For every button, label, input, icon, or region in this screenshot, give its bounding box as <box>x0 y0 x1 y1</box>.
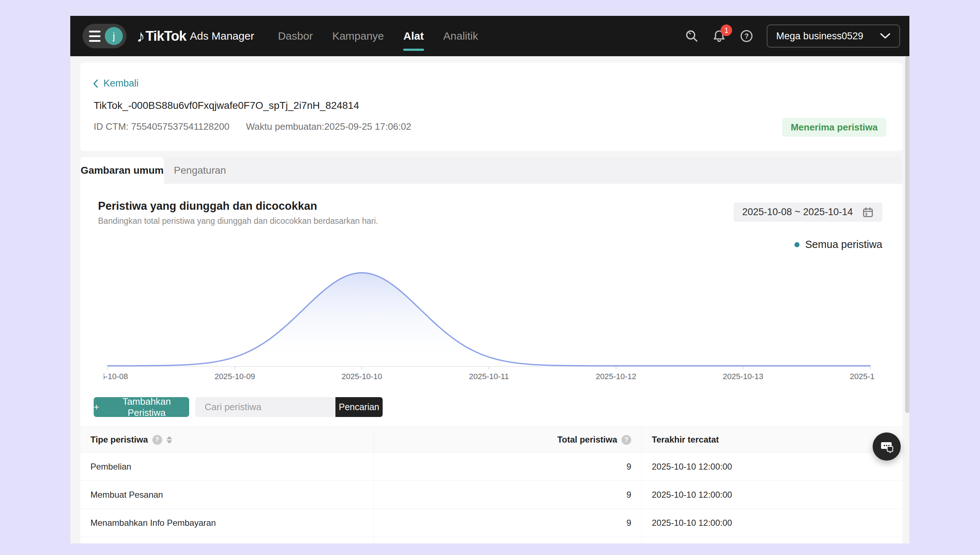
help-icon[interactable]: ? <box>739 29 754 43</box>
page-title: TikTok_-000BS88u6vf0Fxqjwafe0F7O_spTj_2i… <box>94 100 359 111</box>
account-name: Mega business0529 <box>776 30 863 42</box>
tiktok-note-icon: ♪ <box>136 28 145 44</box>
chart-subtitle: Bandingkan total peristiwa yang diunggah… <box>98 216 378 226</box>
nav-item-kampanye[interactable]: Kampanye <box>332 26 384 46</box>
back-chevron-icon <box>93 79 98 88</box>
sort-icon[interactable] <box>167 436 172 444</box>
events-area-chart: 2025-10-082025-10-092025-10-102025-10-11… <box>103 247 874 383</box>
table-row[interactable]: Membuat Pesanan 9 2025-10-10 12:00:00 <box>80 481 903 509</box>
nav-item-analitik[interactable]: Analitik <box>443 26 478 46</box>
table-row[interactable]: Pembelian 9 2025-10-10 12:00:00 <box>80 452 903 481</box>
plus-icon: + <box>94 401 99 413</box>
overview-card: Gambaran umum Pengaturan Peristiwa yang … <box>80 157 903 544</box>
main-nav: Dasbor Kampanye Alat Analitik <box>278 26 478 46</box>
avatar[interactable]: j <box>105 27 123 45</box>
tab-pengaturan[interactable]: Pengaturan <box>164 157 236 184</box>
chevron-down-icon <box>880 33 890 39</box>
id-ctm: ID CTM: 7554057537541128200 <box>94 121 229 132</box>
chart-title: Peristiwa yang diunggah dan dicocokkan <box>98 200 317 213</box>
events-table: Tipe peristiwa ? Total peristiwa ? Terak… <box>80 427 903 544</box>
brand-suffix: Ads Manager <box>190 30 254 42</box>
svg-text:2025-10-14: 2025-10-14 <box>850 372 874 381</box>
svg-text:2025-10-10: 2025-10-10 <box>341 372 382 381</box>
hamburger-menu-icon[interactable] <box>89 30 101 42</box>
date-range-picker[interactable]: 2025-10-08 ~ 2025-10-14 <box>733 202 882 221</box>
search-icon[interactable] <box>685 29 699 43</box>
notification-count-badge: 1 <box>721 24 732 36</box>
tab-gambaran-umum[interactable]: Gambaran umum <box>80 157 164 184</box>
nav-item-dasbor[interactable]: Dasbor <box>278 26 313 46</box>
svg-text:2025-10-13: 2025-10-13 <box>723 372 764 381</box>
back-link[interactable]: Kembali <box>93 78 139 89</box>
svg-text:?: ? <box>745 32 749 40</box>
chat-support-button[interactable] <box>873 433 901 460</box>
tab-bar: Gambaran umum Pengaturan <box>80 157 903 184</box>
app-window: j ♪ TikTok Ads Manager Dasbor Kampanye A… <box>70 16 910 544</box>
table-row[interactable]: Menambahkan Info Pembayaran 9 2025-10-10… <box>80 509 903 537</box>
add-event-button[interactable]: + Tambahkan Peristiwa <box>94 397 189 417</box>
created-time: Waktu pembuatan:2025-09-25 17:06:02 <box>246 121 412 132</box>
svg-text:2025-10-09: 2025-10-09 <box>215 372 255 381</box>
detail-meta: ID CTM: 7554057537541128200 Waktu pembua… <box>94 121 412 132</box>
svg-text:2025-10-12: 2025-10-12 <box>596 372 636 381</box>
svg-text:2025-10-11: 2025-10-11 <box>469 372 509 381</box>
status-badge: Menerima peristiwa <box>782 118 886 136</box>
help-icon[interactable]: ? <box>621 435 631 445</box>
nav-item-alat[interactable]: Alat <box>404 26 424 46</box>
top-navigation-bar: j ♪ TikTok Ads Manager Dasbor Kampanye A… <box>70 16 910 56</box>
chat-bubbles-icon <box>879 439 895 454</box>
legend-dot-icon <box>794 242 799 247</box>
menu-avatar-pill[interactable]: j <box>83 24 127 48</box>
vertical-scrollbar[interactable] <box>905 56 910 413</box>
notifications-bell-icon[interactable]: 1 <box>712 29 726 43</box>
calendar-icon <box>862 207 874 218</box>
event-detail-card: Kembali TikTok_-000BS88u6vf0Fxqjwafe0F7O… <box>80 63 903 151</box>
table-row-partial <box>80 537 903 544</box>
account-switcher[interactable]: Mega business0529 <box>767 24 900 48</box>
brand-logo: ♪ TikTok Ads Manager <box>136 28 254 44</box>
search-button[interactable]: Pencarian <box>335 397 383 417</box>
table-toolbar: + Tambahkan Peristiwa Pencarian <box>94 397 383 417</box>
table-header: Tipe peristiwa ? Total peristiwa ? Terak… <box>80 427 903 452</box>
help-icon[interactable]: ? <box>152 435 162 445</box>
brand-name: TikTok <box>146 29 186 44</box>
svg-text:2025-10-08: 2025-10-08 <box>103 372 128 381</box>
search-input[interactable] <box>195 397 335 417</box>
